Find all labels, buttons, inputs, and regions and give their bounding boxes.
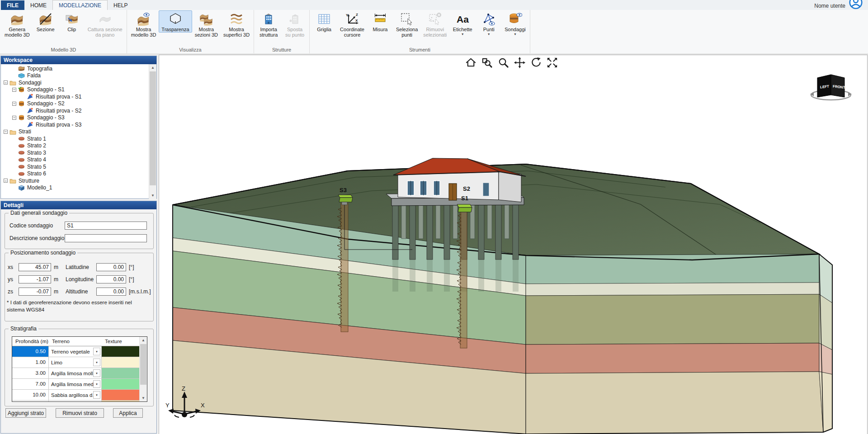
tree-item-topografia[interactable]: Topografia bbox=[1, 65, 156, 72]
tab-modellazione[interactable]: MODELLAZIONE bbox=[52, 0, 108, 10]
viewport-3d[interactable]: S3 S2 S1 LEFT FRONT bbox=[159, 55, 868, 434]
collapse-icon[interactable]: − bbox=[4, 179, 8, 183]
tree-item-strutture[interactable]: −Strutture bbox=[1, 177, 156, 184]
tree-item-sondaggi[interactable]: −Sondaggi bbox=[1, 79, 156, 86]
user-box[interactable]: Nome utente bbox=[814, 0, 863, 13]
ribbon-button-mostra-sezioni-3d[interactable]: Mostra sezioni 3D bbox=[192, 10, 221, 38]
transparency-icon bbox=[169, 12, 182, 26]
tree-item-strato-5[interactable]: Strato 5 bbox=[1, 163, 156, 170]
dropdown-arrow-icon[interactable]: ▼ bbox=[514, 33, 517, 36]
scroll-down-icon[interactable]: ▼ bbox=[149, 192, 156, 199]
collapse-icon[interactable]: − bbox=[12, 88, 16, 92]
tree-item-strati[interactable]: −Strati bbox=[1, 128, 156, 136]
tree-item-strato-4[interactable]: Strato 4 bbox=[1, 156, 156, 164]
ribbon-button-trasparenza[interactable]: Trasparenza bbox=[159, 10, 192, 33]
depth-cell[interactable]: 1.00 bbox=[12, 357, 49, 368]
descrizione-input[interactable] bbox=[65, 234, 147, 242]
sections-3d-icon bbox=[199, 12, 213, 26]
ribbon-button-mostra-superfici-3d[interactable]: Mostra superfici 3D bbox=[221, 10, 252, 38]
tree-item-label: Sondaggio - S1 bbox=[27, 86, 65, 93]
depth-cell[interactable]: 7.00 bbox=[12, 379, 49, 389]
tree-item-strato-1[interactable]: Strato 1 bbox=[1, 135, 156, 142]
table-scrollbar[interactable]: ▲ ▼ bbox=[139, 337, 147, 401]
tree-item-label: Sondaggi bbox=[19, 80, 42, 86]
ys-input[interactable]: -1.07 bbox=[19, 275, 51, 283]
ribbon-button-coordinate-cursore[interactable]: YZXCoordinate cursore bbox=[337, 10, 367, 38]
rimuovi-strato-button[interactable]: Rimuovi strato bbox=[56, 408, 104, 418]
soil-dropdown-icon[interactable]: ▼ bbox=[93, 380, 100, 388]
tree-item-risultati-prova-s1[interactable]: Risultati prova - S1 bbox=[1, 93, 156, 100]
depth-cell[interactable]: 15.00 bbox=[12, 401, 49, 402]
pan-icon[interactable] bbox=[514, 57, 526, 69]
home-icon[interactable] bbox=[465, 57, 477, 69]
ribbon-button-seleziona-punti[interactable]: Seleziona punti bbox=[393, 10, 420, 38]
ribbon-button-etichette[interactable]: AaEtichette▼ bbox=[449, 10, 476, 36]
tree-item-sondaggio-s1[interactable]: −Sondaggio - S1 bbox=[1, 86, 156, 94]
longitudine-input[interactable]: 0.00 bbox=[96, 275, 126, 283]
collapse-icon[interactable]: − bbox=[4, 80, 8, 85]
fit-icon[interactable] bbox=[546, 57, 558, 69]
ribbon-button-punti[interactable]: Punti▼ bbox=[476, 10, 502, 36]
ribbon-button-genera-modello-3d[interactable]: Genera modello 3D bbox=[2, 10, 33, 38]
table-scroll-up-icon[interactable]: ▲ bbox=[140, 337, 147, 344]
soil-cell[interactable]: Sabbia con ghiai...▼ bbox=[49, 401, 102, 402]
collapse-icon[interactable]: − bbox=[12, 116, 16, 120]
soil-dropdown-icon[interactable]: ▼ bbox=[93, 359, 100, 366]
tree-item-strato-6[interactable]: Strato 6 bbox=[1, 170, 156, 178]
tree-item-label: Strutture bbox=[19, 178, 39, 184]
tab-help[interactable]: HELP bbox=[108, 0, 133, 10]
ribbon-button-sezione[interactable]: Sezione bbox=[33, 10, 59, 33]
zoom-icon[interactable] bbox=[497, 57, 509, 69]
soil-cell[interactable]: Argilla limosa molle▼ bbox=[49, 368, 102, 378]
altitudine-input[interactable]: 0.00 bbox=[96, 288, 126, 296]
soil-cell[interactable]: Sabbia argillosa d...▼ bbox=[49, 390, 102, 400]
soil-cell[interactable]: Argilla limosa media▼ bbox=[49, 379, 102, 389]
depth-cell[interactable]: 0.50 bbox=[12, 346, 49, 357]
tree-item-falda[interactable]: Falda bbox=[1, 72, 156, 80]
zs-input[interactable]: -0.07 bbox=[19, 288, 51, 296]
soil-dropdown-icon[interactable]: ▼ bbox=[93, 391, 100, 399]
tree-item-risultati-prova-s3[interactable]: Risultati prova - S3 bbox=[1, 121, 156, 128]
ribbon-button-clip[interactable]: Clip bbox=[59, 10, 85, 33]
tree-item-modello-1[interactable]: Modello_1 bbox=[1, 184, 156, 192]
dropdown-arrow-icon[interactable]: ▼ bbox=[461, 33, 464, 36]
scene-3d-canvas[interactable]: S3 S2 S1 bbox=[159, 55, 867, 434]
user-icon[interactable] bbox=[848, 0, 863, 13]
ribbon-button-misura[interactable]: Misura bbox=[367, 10, 393, 33]
aggiungi-strato-button[interactable]: Aggiungi strato bbox=[5, 408, 46, 418]
table-scroll-down-icon[interactable]: ▼ bbox=[140, 395, 147, 401]
scrollbar-thumb[interactable] bbox=[150, 71, 156, 185]
ribbon-button-importa-struttura[interactable]: Importa struttura bbox=[255, 10, 282, 38]
collapse-icon[interactable]: − bbox=[4, 130, 8, 134]
dropdown-arrow-icon[interactable]: ▼ bbox=[487, 33, 491, 36]
orientation-cube[interactable]: LEFT FRONT bbox=[809, 71, 853, 105]
tab-home[interactable]: HOME bbox=[24, 0, 52, 10]
tree-item-strato-3[interactable]: Strato 3 bbox=[1, 149, 156, 156]
tree-item-sondaggio-s2[interactable]: −Sondaggio - S2 bbox=[1, 100, 156, 108]
scroll-up-icon[interactable]: ▲ bbox=[149, 64, 156, 71]
ribbon-group-strutture: Importa struttura Sposta su puntoStruttu… bbox=[254, 10, 310, 53]
soil-cell[interactable]: Terreno vegetale▼ bbox=[49, 346, 102, 357]
soil-cell[interactable]: Limo▼ bbox=[49, 357, 102, 368]
latitudine-input[interactable]: 0.00 bbox=[96, 263, 126, 271]
depth-cell[interactable]: 3.00 bbox=[12, 368, 49, 378]
collapse-icon[interactable]: − bbox=[12, 102, 16, 106]
workspace-header: Workspace bbox=[1, 56, 156, 64]
tab-file[interactable]: FILE bbox=[1, 0, 24, 10]
tree-item-risultati-prova-s2[interactable]: Risultati prova - S2 bbox=[1, 107, 156, 114]
ribbon-button-mostra-modello-3d[interactable]: Mostra modello 3D bbox=[128, 10, 159, 38]
ribbon-button-griglia[interactable]: Griglia bbox=[311, 10, 337, 33]
soil-dropdown-icon[interactable]: ▼ bbox=[93, 348, 100, 355]
tree-item-strato-2[interactable]: Strato 2 bbox=[1, 142, 156, 150]
workspace-scrollbar[interactable]: ▲ ▼ bbox=[149, 64, 156, 199]
applica-button[interactable]: Applica bbox=[113, 408, 143, 418]
soil-dropdown-icon[interactable]: ▼ bbox=[93, 369, 100, 377]
table-scrollbar-thumb[interactable] bbox=[140, 344, 146, 385]
tree-item-sondaggio-s3[interactable]: −Sondaggio - S3 bbox=[1, 114, 156, 122]
xs-input[interactable]: 45.07 bbox=[19, 263, 51, 271]
ribbon-button-sondaggi[interactable]: Sondaggi▼ bbox=[502, 10, 528, 36]
rotate-icon[interactable] bbox=[530, 57, 542, 69]
depth-cell[interactable]: 10.00 bbox=[12, 390, 49, 400]
codice-input[interactable]: S1 bbox=[65, 222, 147, 230]
zoom-window-icon[interactable] bbox=[481, 57, 493, 69]
